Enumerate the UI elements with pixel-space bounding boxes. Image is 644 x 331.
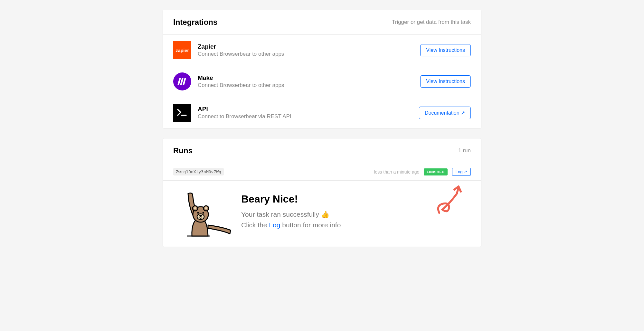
integration-row-make: Make Connect Browserbear to other apps V… xyxy=(163,66,481,97)
integration-description: Connect Browserbear to other apps xyxy=(198,51,284,57)
log-link[interactable]: Log xyxy=(269,221,280,229)
svg-point-13 xyxy=(203,212,204,214)
view-instructions-button-make[interactable]: View Instructions xyxy=(420,75,471,88)
success-title: Beary Nice! xyxy=(241,193,341,205)
success-panel: Beary Nice! Your task ran successfully 👍… xyxy=(163,181,481,247)
status-badge: FINISHED xyxy=(424,168,447,175)
runs-title: Runs xyxy=(173,146,193,155)
run-row: Zwrg1DnXly3nM0v7Wq less than a minute ag… xyxy=(163,163,481,181)
hand-drawn-arrow-icon xyxy=(434,184,465,219)
runs-header: Runs 1 run xyxy=(163,138,481,163)
run-time: less than a minute ago xyxy=(374,169,419,175)
integration-row-zapier: zapier Zapier Connect Browserbear to oth… xyxy=(163,35,481,66)
run-id: Zwrg1DnXly3nM0v7Wq xyxy=(173,168,224,175)
integration-description: Connect Browserbear to other apps xyxy=(198,82,284,89)
make-icon xyxy=(173,72,191,90)
integration-row-api: API Connect to Browserbear via REST API … xyxy=(163,97,481,128)
success-message: Your task ran successfully 👍 Click the L… xyxy=(241,209,341,231)
integrations-card: Integrations Trigger or get data from th… xyxy=(163,10,481,128)
bear-illustration xyxy=(176,190,232,237)
view-instructions-button-zapier[interactable]: View Instructions xyxy=(420,44,471,56)
runs-card: Runs 1 run Zwrg1DnXly3nM0v7Wq less than … xyxy=(163,138,481,247)
integrations-header: Integrations Trigger or get data from th… xyxy=(163,10,481,35)
svg-point-8 xyxy=(194,207,196,210)
documentation-button[interactable]: Documentation ↗ xyxy=(419,107,471,119)
integration-name: Zapier xyxy=(198,43,284,50)
integrations-title: Integrations xyxy=(173,18,217,27)
thumbs-up-icon: 👍 xyxy=(321,211,329,218)
svg-point-12 xyxy=(197,212,199,214)
terminal-icon xyxy=(173,104,191,122)
integration-description: Connect to Browserbear via REST API xyxy=(198,113,291,120)
svg-point-9 xyxy=(205,207,207,210)
integration-name: API xyxy=(198,106,291,113)
integrations-subtitle: Trigger or get data from this task xyxy=(392,19,471,25)
svg-point-11 xyxy=(199,215,202,217)
runs-count: 1 run xyxy=(458,147,471,154)
log-button[interactable]: Log ↗ xyxy=(452,168,471,176)
zapier-icon: zapier xyxy=(173,41,191,59)
integration-name: Make xyxy=(198,74,284,81)
